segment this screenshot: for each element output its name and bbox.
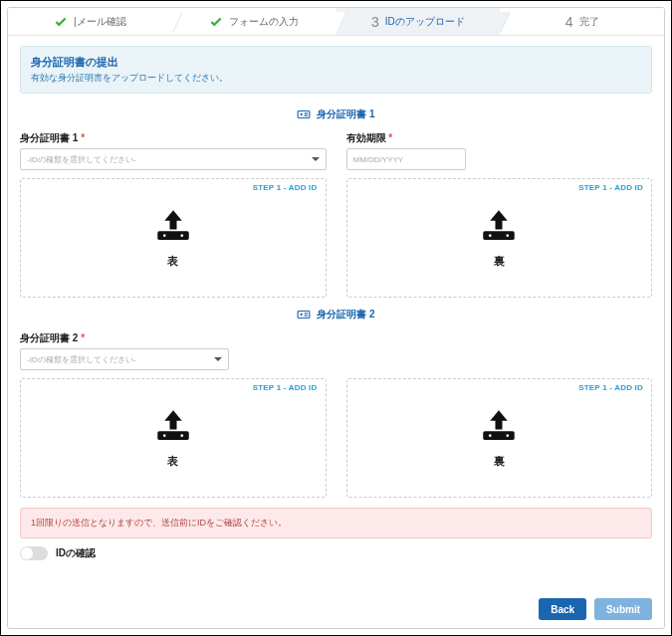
section-title: 身分証明書 1 — [317, 107, 374, 121]
check-icon — [54, 15, 68, 29]
svg-rect-14 — [157, 431, 189, 440]
confirm-label: IDの確認 — [56, 546, 96, 560]
notice-title: 身分証明書の提出 — [31, 55, 641, 70]
check-icon — [209, 15, 223, 29]
upload-step-label: STEP 1 - ADD ID — [253, 183, 318, 192]
step-complete: 4 完了 — [500, 8, 664, 35]
upload-icon — [478, 408, 520, 444]
upload-step-label: STEP 1 - ADD ID — [578, 383, 643, 392]
svg-point-8 — [489, 234, 492, 237]
svg-point-9 — [507, 234, 510, 237]
section-title: 身分証明書 2 — [317, 308, 374, 321]
chevron-down-icon — [312, 157, 320, 161]
step-form: フォームの入力 — [172, 8, 336, 35]
upload-back-1[interactable]: STEP 1 - ADD ID 裏 — [346, 178, 653, 298]
svg-point-6 — [180, 234, 183, 237]
upload-icon — [152, 408, 194, 444]
step-id-upload: 3 IDのアップロード — [336, 8, 501, 35]
step-email: |メール確認 — [8, 8, 172, 35]
section-2-header: 身分証明書 2 — [20, 308, 652, 321]
confirm-toggle[interactable] — [20, 546, 48, 560]
step-label: IDのアップロード — [385, 15, 465, 29]
id-type-select-2[interactable]: -IDの種類を選択してください- — [20, 348, 229, 370]
select-placeholder: -IDの種類を選択してください- — [27, 154, 135, 165]
step-number: 4 — [565, 14, 573, 30]
back-button[interactable]: Back — [539, 598, 586, 620]
upload-caption-back: 裏 — [494, 254, 505, 269]
upload-caption-back: 裏 — [494, 454, 505, 469]
confirm-row: IDの確認 — [20, 546, 652, 560]
expiry-date-input[interactable]: MM/DD/YYYY — [346, 148, 466, 170]
step-label: フォームの入力 — [229, 15, 299, 29]
input-placeholder: MM/DD/YYYY — [353, 155, 404, 164]
svg-point-15 — [163, 434, 166, 437]
chevron-down-icon — [214, 357, 222, 361]
upload-step-label: STEP 1 - ADD ID — [578, 183, 643, 192]
svg-point-1 — [301, 113, 303, 115]
svg-point-18 — [489, 434, 492, 437]
section-1-header: 身分証明書 1 — [20, 107, 652, 121]
svg-point-5 — [163, 234, 166, 237]
footer: Back Submit — [8, 592, 664, 628]
submit-button[interactable]: Submit — [594, 598, 652, 620]
svg-rect-7 — [484, 231, 516, 240]
upload-step-label: STEP 1 - ADD ID — [253, 383, 318, 392]
field-label-id1: 身分証明書 1 * — [20, 131, 327, 145]
select-placeholder: -IDの種類を選択してください- — [27, 354, 135, 365]
upload-back-2[interactable]: STEP 1 - ADD ID 裏 — [346, 378, 653, 498]
id-card-icon — [297, 308, 311, 321]
svg-point-19 — [507, 434, 510, 437]
id-type-select-1[interactable]: -IDの種類を選択してください- — [20, 148, 327, 170]
svg-rect-10 — [298, 312, 310, 318]
notice-subtitle: 有効な身分証明書をアップロードしてください。 — [31, 72, 641, 85]
svg-rect-0 — [298, 111, 310, 118]
warning-box: 1回限りの送信となりますので、送信前にIDをご確認ください。 — [20, 508, 652, 538]
step-label: 完了 — [579, 15, 599, 29]
upload-caption-front: 表 — [167, 454, 178, 469]
id-card-icon — [297, 107, 311, 121]
stepper: |メール確認 フォームの入力 3 IDのアップロード 4 — [8, 8, 664, 36]
notice-box: 身分証明書の提出 有効な身分証明書をアップロードしてください。 — [20, 46, 652, 94]
upload-icon — [478, 208, 520, 244]
upload-caption-front: 表 — [167, 254, 178, 269]
svg-rect-17 — [484, 431, 516, 440]
upload-front-2[interactable]: STEP 1 - ADD ID 表 — [20, 378, 327, 498]
svg-point-16 — [180, 434, 183, 437]
svg-rect-4 — [157, 231, 189, 240]
upload-front-1[interactable]: STEP 1 - ADD ID 表 — [20, 178, 327, 298]
svg-point-11 — [301, 314, 303, 316]
step-number: 3 — [371, 14, 379, 30]
upload-icon — [152, 208, 194, 244]
field-label-expiry: 有効期限 * — [346, 131, 653, 145]
field-label-id2: 身分証明書 2 * — [20, 331, 229, 345]
step-label: |メール確認 — [74, 15, 126, 29]
